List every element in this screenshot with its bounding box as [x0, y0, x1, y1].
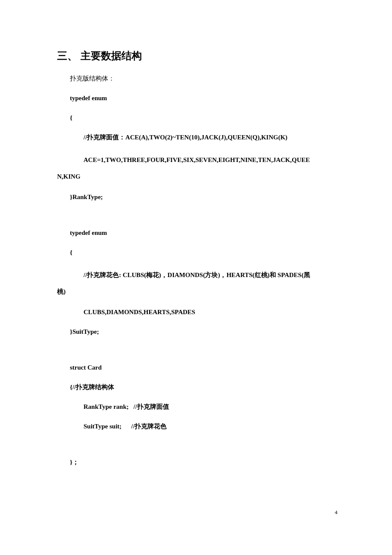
code-line: typedef enum: [70, 93, 337, 103]
code-line: }SuitType;: [70, 327, 337, 337]
code-comment: //扑克牌面值：ACE(A),TWO(2)~TEN(10),JACK(J),QU…: [84, 132, 337, 142]
blank-line: [57, 441, 337, 457]
field-decl: SuitType suit;: [84, 423, 121, 430]
code-line: struct Card: [70, 362, 337, 373]
code-line: typedef enum: [70, 228, 337, 238]
section-heading: 三、 主要数据结构: [57, 49, 337, 63]
code-field: RankType rank; //扑克牌面值: [84, 402, 337, 412]
field-decl: RankType rank;: [84, 403, 129, 410]
code-text: N,KING: [57, 173, 81, 180]
code-line: }；: [70, 457, 337, 467]
code-line: CLUBS,DIAMONDS,HEARTS,SPADES: [84, 307, 337, 317]
blank-line: [57, 211, 337, 228]
page-number: 4: [335, 509, 338, 516]
subtitle-text: 扑克版结构体：: [70, 75, 337, 83]
code-line: {: [70, 113, 337, 123]
code-line-wrapped: //扑克牌花色: CLUBS(梅花)，DIAMONDS(方块)，HEARTS(红…: [57, 267, 337, 300]
code-line: {: [70, 247, 337, 257]
code-text: ACE=1,TWO,THREE,FOUR,FIVE,SIX,SEVEN,EIGH…: [84, 156, 310, 163]
field-comment: //扑克牌面值: [133, 402, 169, 412]
code-comment: //扑克牌花色: CLUBS(梅花)，DIAMONDS(方块)，HEARTS(红…: [84, 272, 310, 278]
code-comment: {//扑克牌结构体: [70, 382, 337, 392]
code-line: }RankType;: [70, 192, 337, 202]
code-line-wrapped: ACE=1,TWO,THREE,FOUR,FIVE,SIX,SEVEN,EIGH…: [57, 152, 337, 185]
document-page: 三、 主要数据结构 扑克版结构体： typedef enum { //扑克牌面值…: [0, 0, 392, 467]
code-field: SuitType suit; //扑克牌花色: [84, 421, 337, 431]
code-comment: 桃): [57, 288, 66, 295]
blank-line: [57, 346, 337, 362]
field-comment: //扑克牌花色: [131, 421, 167, 431]
